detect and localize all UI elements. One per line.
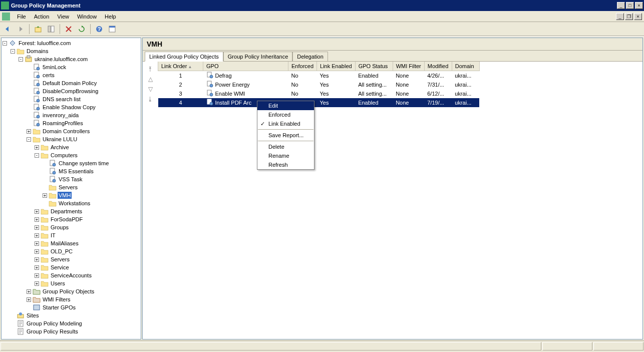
tree-toggle[interactable]: + xyxy=(35,241,39,246)
tree-item[interactable]: invenrory_aida xyxy=(3,111,140,119)
tree-item[interactable]: RoamingProfiles xyxy=(3,119,140,127)
tree-item[interactable]: Default Domain Policy xyxy=(3,79,140,87)
tree-item[interactable]: Starter GPOs xyxy=(3,303,140,311)
tree-item[interactable]: -Forest: luluoffice.com xyxy=(3,39,140,47)
tree-item[interactable]: VSS Task xyxy=(3,175,140,183)
context-item[interactable]: Rename xyxy=(257,151,314,160)
context-item[interactable]: Save Report... xyxy=(257,131,314,140)
tree-item[interactable]: -Ukraine LULU xyxy=(3,135,140,143)
context-item[interactable]: Delete xyxy=(257,142,314,151)
column-header[interactable]: Link Order xyxy=(158,62,203,71)
tree-toggle[interactable]: + xyxy=(35,273,39,278)
tree-toggle[interactable]: + xyxy=(27,129,31,134)
column-header[interactable]: Modified xyxy=(424,62,452,71)
column-header[interactable]: Link Enabled xyxy=(317,62,356,71)
tree-item[interactable]: +Servers xyxy=(3,255,140,263)
tree-item[interactable]: DisableCompBrowsing xyxy=(3,87,140,95)
table-row[interactable]: 3Enable WMINoYesAll setting...None6/12/.… xyxy=(158,89,480,98)
move-top-button[interactable]: ⭱ xyxy=(146,66,155,74)
tree-toggle[interactable]: - xyxy=(35,153,39,158)
tree-toggle[interactable]: + xyxy=(35,257,39,262)
tree-item[interactable]: 5minLock xyxy=(3,63,140,71)
tree-toggle[interactable]: - xyxy=(27,137,31,142)
column-header[interactable]: Enforced xyxy=(288,62,317,71)
context-item[interactable]: Refresh xyxy=(257,160,314,169)
tree-toggle[interactable]: + xyxy=(35,225,39,230)
tree-item[interactable]: Group Policy Modeling xyxy=(3,319,140,327)
tree-toggle[interactable]: + xyxy=(27,289,31,294)
tree-item[interactable]: Workstations xyxy=(3,199,140,207)
tree-item[interactable]: +WMI Filters xyxy=(3,295,140,303)
show-hide-button[interactable] xyxy=(46,24,57,35)
tree-toggle[interactable]: + xyxy=(35,265,39,270)
tree-toggle[interactable]: + xyxy=(35,249,39,254)
move-up-button[interactable]: △ xyxy=(146,76,155,84)
tree-item[interactable]: +IT xyxy=(3,231,140,239)
tree-item[interactable]: +Users xyxy=(3,279,140,287)
maximize-button[interactable]: □ xyxy=(626,2,634,9)
tree-item[interactable]: Sites xyxy=(3,311,140,319)
tree-item[interactable]: +Groups xyxy=(3,223,140,231)
table-row[interactable]: 4Install PDF ArcYesEnabledNone7/19/...uk… xyxy=(158,98,480,107)
up-button[interactable] xyxy=(33,24,44,35)
tree-item[interactable]: +Service xyxy=(3,263,140,271)
tab-delegation[interactable]: Delegation xyxy=(292,52,328,61)
child-minimize-button[interactable]: _ xyxy=(616,13,624,20)
context-item[interactable]: ✓Link Enabled xyxy=(257,119,314,128)
context-item[interactable]: Enforced xyxy=(257,110,314,119)
tree-item[interactable]: +ServiceAccounts xyxy=(3,271,140,279)
refresh-button[interactable] xyxy=(76,24,87,35)
table-row[interactable]: 1DefragNoYesEnabledNone4/26/...ukrai... xyxy=(158,71,480,80)
tab-linked-gpos[interactable]: Linked Group Policy Objects xyxy=(145,52,223,62)
tree-item[interactable]: Enable Shadow Copy xyxy=(3,103,140,111)
tree-item[interactable]: MS Essentials xyxy=(3,167,140,175)
tree-item[interactable]: +Group Policy Objects xyxy=(3,287,140,295)
tree-item[interactable]: +ForSodaPDF xyxy=(3,215,140,223)
menu-file[interactable]: File xyxy=(13,12,30,21)
tree-toggle[interactable]: + xyxy=(35,281,39,286)
tree-toggle[interactable]: - xyxy=(3,41,7,46)
child-close-button[interactable]: × xyxy=(634,13,642,20)
menu-help[interactable]: Help xyxy=(101,12,120,21)
tree-toggle[interactable]: - xyxy=(11,49,15,54)
tree-toggle[interactable]: + xyxy=(35,209,39,214)
properties-button[interactable] xyxy=(107,24,118,35)
tree-item[interactable]: +Departments xyxy=(3,207,140,215)
tree-pane[interactable]: -Forest: luluoffice.com-Domains-ukraine.… xyxy=(1,38,141,339)
tree-toggle[interactable]: - xyxy=(19,57,23,62)
tree-toggle[interactable]: + xyxy=(43,193,47,198)
tree-item[interactable]: +VMH xyxy=(3,191,140,199)
tree-toggle[interactable]: + xyxy=(35,217,39,222)
tree-toggle[interactable]: + xyxy=(27,297,31,302)
menu-action[interactable]: Action xyxy=(30,12,54,21)
tree-item[interactable]: +Archive xyxy=(3,143,140,151)
child-restore-button[interactable]: ❐ xyxy=(625,13,633,20)
tree-toggle[interactable]: + xyxy=(35,145,39,150)
tree-item[interactable]: +OLD_PC xyxy=(3,247,140,255)
tree-item[interactable]: -Domains xyxy=(3,47,140,55)
context-item[interactable]: Edit xyxy=(257,101,314,110)
column-header[interactable]: Domain xyxy=(452,62,479,71)
help-button[interactable]: ? xyxy=(94,24,105,35)
column-header[interactable]: GPO xyxy=(203,62,288,71)
tree-item[interactable]: -ukraine.luluoffice.com xyxy=(3,55,140,63)
tree-item[interactable]: +MailAliases xyxy=(3,239,140,247)
table-row[interactable]: 2Power EnergyNoYesAll setting...None7/31… xyxy=(158,80,480,89)
move-down-button[interactable]: ▽ xyxy=(146,86,155,94)
tree-item[interactable]: DNS search list xyxy=(3,95,140,103)
menu-window[interactable]: Window xyxy=(73,12,101,21)
column-header[interactable]: GPO Status xyxy=(355,62,393,71)
tree-item[interactable]: certs xyxy=(3,71,140,79)
tab-gp-inheritance[interactable]: Group Policy Inheritance xyxy=(223,52,292,61)
close-button[interactable]: × xyxy=(635,2,643,9)
tree-item[interactable]: Change system time xyxy=(3,159,140,167)
column-header[interactable]: WMI Filter xyxy=(393,62,424,71)
move-bottom-button[interactable]: ⭳ xyxy=(146,96,155,104)
tree-item[interactable]: +Domain Controllers xyxy=(3,127,140,135)
forward-button[interactable] xyxy=(15,24,26,35)
tree-item[interactable]: Servers xyxy=(3,183,140,191)
tree-item[interactable]: Group Policy Results xyxy=(3,327,140,335)
delete-button[interactable] xyxy=(63,24,74,35)
minimize-button[interactable]: _ xyxy=(617,2,625,9)
menu-view[interactable]: View xyxy=(53,12,73,21)
